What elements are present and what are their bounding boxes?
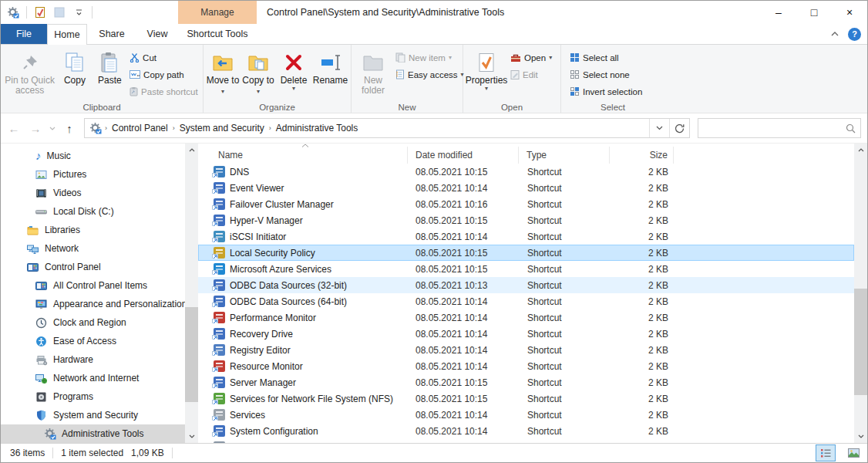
copy-to-button[interactable]: Copy to ▾ [241,46,276,100]
file-row-hyper-v-manager[interactable]: Hyper-V Manager08.05.2021 10:15Shortcut2… [198,212,854,228]
rename-button[interactable]: Rename [311,46,349,100]
minimize-button[interactable]: – [761,1,796,24]
invert-selection-icon [570,86,580,96]
edit-button[interactable]: Edit [508,67,557,82]
refresh-icon[interactable] [669,119,689,137]
tab-home[interactable]: Home [47,24,87,45]
qat-newfolder-icon[interactable] [52,5,67,20]
breadcrumb-administrative-tools[interactable]: Administrative Tools [274,123,360,133]
sidebar-item-control-panel[interactable]: Control Panel [1,258,185,276]
invert-selection-button[interactable]: Invert selection [567,84,663,99]
sidebar-item-clock-and-region[interactable]: Clock and Region [1,313,185,332]
scissors-icon [130,52,140,63]
file-row-services-for-network-file-system-nfs[interactable]: Services for Network File System (NFS)08… [198,390,854,407]
tab-view[interactable]: View [136,24,178,44]
sidebar-item-hardware[interactable]: Hardware [1,350,185,369]
file-row-server-manager[interactable]: Server Manager08.05.2021 10:15Shortcut2 … [198,374,854,390]
sidebar-item-appearance-and-personalization[interactable]: Appearance and Personalization [1,295,185,313]
file-row-event-viewer[interactable]: Event Viewer08.05.2021 10:14Shortcut2 KB [198,180,854,196]
qat-customize-dropdown-icon[interactable] [71,5,86,20]
pin-to-quick-access-button[interactable]: Pin to Quick access [2,46,57,100]
sidebar-item-label: Administrative Tools [62,428,144,439]
address-bar[interactable]: › Control Panel › System and Security › … [84,118,690,138]
up-icon[interactable]: ↑ [59,118,79,138]
new-item-button[interactable]: New item ▾ [393,50,461,65]
scroll-down-icon[interactable] [185,430,198,443]
selection-size: 1,09 KB [131,448,164,458]
file-row-dns[interactable]: DNS08.05.2021 10:15Shortcut2 KB [198,164,854,180]
copy-path-button[interactable]: Copy path [127,67,201,82]
close-button[interactable]: × [832,1,867,24]
file-row-system-configuration[interactable]: System Configuration08.05.2021 10:14Shor… [198,423,854,439]
file-row-recovery-drive[interactable]: Recovery Drive08.05.2021 10:14Shortcut2 … [198,326,854,342]
scroll-up-icon[interactable] [185,144,198,157]
file-row-performance-monitor[interactable]: Performance Monitor08.05.2021 10:14Short… [198,309,854,326]
breadcrumb-system-and-security[interactable]: System and Security [178,123,266,133]
scroll-up-icon[interactable] [854,144,867,157]
search-input[interactable] [698,119,840,137]
sidebar-item-all-control-panel-items[interactable]: All Control Panel Items [1,276,185,295]
address-dropdown-icon[interactable] [649,119,669,137]
sidebar-item-pictures[interactable]: Pictures [1,165,185,184]
sidebar-item-libraries[interactable]: Libraries [1,221,185,239]
file-row-failover-cluster-manager[interactable]: Failover Cluster Manager08.05.2021 10:16… [198,196,854,212]
search-box[interactable] [698,118,861,138]
regedit-icon [214,344,225,356]
sidebar-item-videos[interactable]: Videos [1,184,185,202]
sidebar-item-network-and-internet[interactable]: Network and Internet [1,369,185,387]
sidebar-item-music[interactable]: ♪Music [1,147,185,165]
column-header-type[interactable]: Type [519,147,610,164]
help-icon[interactable]: ? [848,28,861,41]
tab-shortcut-tools[interactable]: Shortcut Tools [178,24,257,44]
sidebar-item-ease-of-access[interactable]: Ease of Access [1,332,185,350]
sidebar-item-system-and-security[interactable]: System and Security [1,406,185,424]
cut-button[interactable]: Cut [127,50,201,65]
maximize-button[interactable]: □ [796,1,832,24]
scrollbar-thumb[interactable] [185,307,198,402]
select-all-button[interactable]: Select all [567,50,663,65]
paste-shortcut-button[interactable]: Paste shortcut [127,84,201,99]
file-row-odbc-data-sources-64-bit[interactable]: ODBC Data Sources (64-bit)08.05.2021 10:… [198,293,854,309]
list-scrollbar[interactable] [854,144,867,443]
tab-share[interactable]: Share [87,24,136,44]
file-row-local-security-policy[interactable]: Local Security Policy08.05.2021 10:15Sho… [198,245,854,261]
breadcrumb-control-panel[interactable]: Control Panel [110,123,170,133]
sidebar-item-local-disk-c[interactable]: Local Disk (C:) [1,202,185,221]
file-row-resource-monitor[interactable]: Resource Monitor08.05.2021 10:14Shortcut… [198,358,854,374]
file-row[interactable] [198,439,854,443]
copy-button[interactable]: Copy [57,46,92,100]
scroll-down-icon[interactable] [854,430,867,443]
minimize-ribbon-icon[interactable] [831,32,839,36]
qat-properties-icon[interactable] [32,5,48,20]
tab-file[interactable]: File [1,24,47,44]
details-view-button[interactable] [816,445,835,461]
properties-button[interactable]: Properties ▾ [465,46,508,100]
scrollbar-thumb[interactable] [854,289,867,395]
open-button[interactable]: Open ▾ [508,50,557,65]
delete-button[interactable]: Delete ▾ [276,46,311,100]
sidebar-item-administrative-tools[interactable]: Administrative Tools [1,424,185,443]
select-none-button[interactable]: Select none [567,67,663,82]
move-to-button[interactable]: Move to ▾ [205,46,241,100]
column-header-date-modified[interactable]: Date modified [408,147,519,164]
history-dropdown-icon[interactable] [47,118,58,138]
file-row-microsoft-azure-services[interactable]: Microsoft Azure Services08.05.2021 10:15… [198,261,854,277]
forward-icon[interactable]: → [25,118,45,138]
sidebar-item-programs[interactable]: Programs [1,387,185,406]
file-row-registry-editor[interactable]: Registry Editor08.05.2021 10:14Shortcut2… [198,342,854,358]
file-row-iscsi-initiator[interactable]: iSCSI Initiator08.05.2021 10:14Shortcut2… [198,228,854,245]
file-row-services[interactable]: Services08.05.2021 10:14Shortcut2 KB [198,407,854,423]
sidebar-item-label: All Control Panel Items [53,280,147,291]
column-header-name[interactable]: Name [198,147,408,164]
easy-access-button[interactable]: Easy access ▾ [393,67,461,82]
column-headers: Name Date modified Type Size [198,144,854,164]
back-icon[interactable]: ← [4,118,24,138]
column-header-size[interactable]: Size [610,147,674,164]
contextual-tab-group-manage[interactable]: Manage [178,1,257,24]
file-row-odbc-data-sources-32-bit[interactable]: ODBC Data Sources (32-bit)08.05.2021 10:… [198,277,854,293]
new-folder-button[interactable]: New folder [353,46,393,100]
large-icons-view-button[interactable] [844,445,863,461]
sidebar-item-network[interactable]: Network [1,239,185,258]
sidebar-scrollbar[interactable] [185,144,198,443]
paste-button[interactable]: Paste [93,46,127,100]
